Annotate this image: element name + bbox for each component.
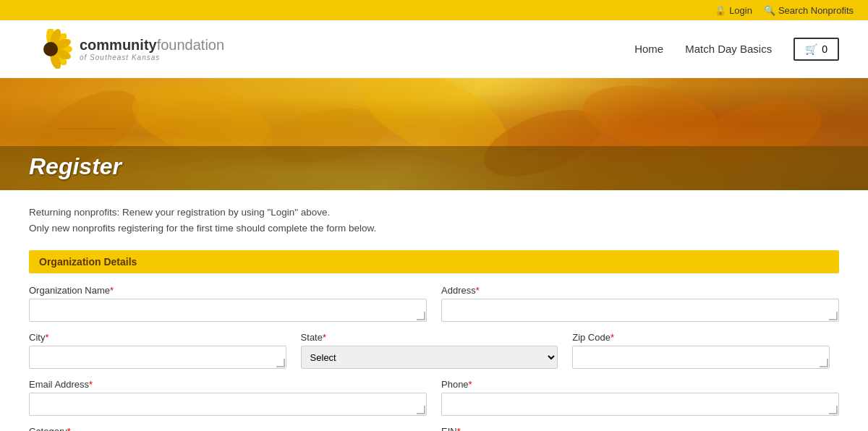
org-name-label: Organization Name*	[29, 285, 427, 296]
svg-point-8	[43, 42, 58, 56]
state-select[interactable]: Select Alabama Alaska Arizona Kansas Mis…	[301, 346, 558, 369]
form-row-1: Organization Name* Address*	[29, 285, 839, 322]
sunflower-logo	[29, 29, 72, 69]
city-group: City*	[29, 332, 286, 369]
hero-banner: Register	[0, 78, 868, 190]
ein-group: EIN*	[441, 426, 839, 431]
phone-group: Phone*	[441, 379, 839, 416]
phone-input-wrap	[441, 393, 839, 416]
address-input-wrap	[441, 299, 839, 322]
phone-input[interactable]	[441, 393, 839, 416]
intro-text: Returning nonprofits: Renew your registr…	[29, 205, 839, 236]
org-name-input-wrap	[29, 299, 427, 322]
login-link[interactable]: 🔒 Login	[715, 5, 752, 16]
state-label: State*	[301, 332, 558, 343]
cart-icon: 🛒	[805, 43, 817, 55]
search-icon: 🔍	[764, 5, 775, 16]
city-input[interactable]	[29, 346, 286, 369]
email-group: Email Address*	[29, 379, 427, 416]
form-row-3: Email Address* Phone*	[29, 379, 839, 416]
email-label: Email Address*	[29, 379, 427, 390]
main-nav: Home Match Day Basics 🛒 0	[634, 38, 839, 61]
zip-input[interactable]	[572, 346, 830, 369]
city-input-wrap	[29, 346, 286, 369]
state-group: State* Select Alabama Alaska Arizona Kan…	[301, 332, 558, 369]
zip-group: Zip Code*	[572, 332, 830, 369]
form-row-2: City* State* Select Alabama Alaska Arizo…	[29, 332, 839, 369]
category-group: Category* Select Arts & Culture Educatio…	[29, 426, 427, 431]
page-title: Register	[29, 153, 839, 180]
header: communityfoundation of Southeast Kansas …	[0, 20, 868, 78]
address-group: Address*	[441, 285, 839, 322]
email-input[interactable]	[29, 393, 427, 416]
category-label: Category*	[29, 426, 427, 431]
org-details-header: Organization Details	[29, 250, 839, 273]
ein-label: EIN*	[441, 426, 839, 431]
logo: communityfoundation of Southeast Kansas	[29, 29, 224, 69]
zip-input-wrap	[572, 346, 830, 369]
address-label: Address*	[441, 285, 839, 296]
org-name-group: Organization Name*	[29, 285, 427, 322]
nav-match-day[interactable]: Match Day Basics	[685, 43, 772, 55]
search-nonprofits-link[interactable]: 🔍 Search Nonprofits	[764, 5, 854, 16]
form-row-4: Category* Select Arts & Culture Educatio…	[29, 426, 839, 431]
city-label: City*	[29, 332, 286, 343]
main-content: Returning nonprofits: Renew your registr…	[0, 190, 868, 431]
zip-label: Zip Code*	[572, 332, 830, 343]
logo-text: communityfoundation of Southeast Kansas	[80, 36, 224, 62]
cart-button[interactable]: 🛒 0	[793, 38, 839, 61]
org-name-input[interactable]	[29, 299, 427, 322]
nav-home[interactable]: Home	[634, 43, 663, 55]
org-details-section: Organization Details Organization Name* …	[29, 250, 839, 431]
hero-overlay: Register	[0, 146, 868, 190]
email-input-wrap	[29, 393, 427, 416]
address-input[interactable]	[441, 299, 839, 322]
lock-icon: 🔒	[715, 5, 726, 16]
top-bar: 🔒 Login 🔍 Search Nonprofits	[0, 0, 868, 20]
phone-label: Phone*	[441, 379, 839, 390]
